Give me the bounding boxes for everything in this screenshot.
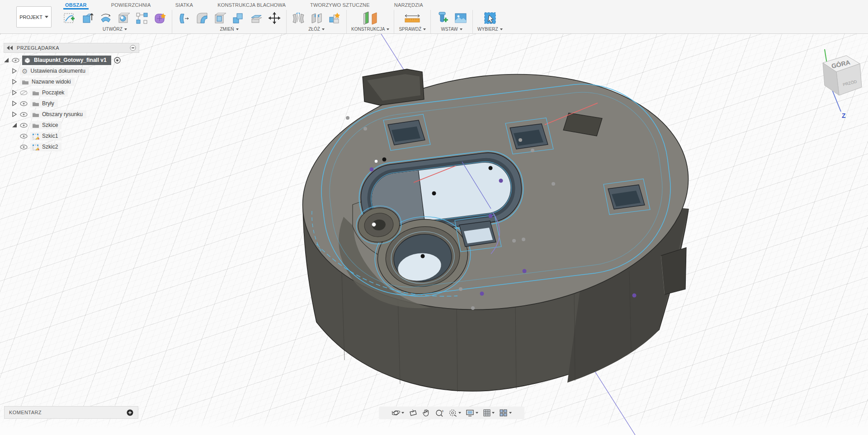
tree-row-sketches[interactable]: Szkice <box>12 120 139 131</box>
expander-expanded-icon[interactable] <box>4 57 9 63</box>
add-comment-icon[interactable] <box>127 409 133 416</box>
pan-icon[interactable] <box>421 408 431 417</box>
comment-bar[interactable]: KOMENTARZ <box>4 406 138 419</box>
group-label-utworz[interactable]: UTWÓRZ <box>103 27 127 32</box>
move-icon[interactable] <box>267 11 282 25</box>
root-component[interactable]: Blaupunkt_Gotowy_finall v1 <box>22 56 111 65</box>
tab-tworzywo-sztuczne[interactable]: TWORZYWO SZTUCZNE <box>308 1 372 9</box>
tree-row-root[interactable]: Blaupunkt_Gotowy_finall v1 <box>4 55 139 65</box>
folder-icon <box>32 122 39 128</box>
split-body-icon[interactable] <box>249 11 264 25</box>
group-label-konstrukcja[interactable]: KONSTRUKCJA <box>351 27 389 32</box>
construction-plane-icon[interactable] <box>360 11 380 25</box>
joint-icon[interactable] <box>291 11 306 25</box>
eye-visible-icon[interactable] <box>20 123 28 128</box>
tab-obszar[interactable]: OBSZAR <box>63 1 89 9</box>
look-at-icon[interactable] <box>408 408 419 417</box>
group-sprawdz: SPRAWDŹ <box>394 10 431 33</box>
navigation-toolbar: ± <box>379 407 524 419</box>
group-zmien: ZMIEŃ <box>172 10 287 33</box>
chevron-down-icon <box>401 412 404 414</box>
orbit-icon[interactable] <box>391 408 405 417</box>
fit-icon[interactable] <box>448 408 462 417</box>
group-wstaw: WSTAW <box>431 10 473 33</box>
tree-row-document-settings[interactable]: ⚙ Ustawienia dokumentu <box>12 65 139 76</box>
group-label-wstaw[interactable]: WSTAW <box>441 27 462 32</box>
insert-fastener-icon[interactable] <box>435 11 450 25</box>
tree-row-bodies[interactable]: Bryły <box>12 98 139 109</box>
group-label-sprawdz[interactable]: SPRAWDŹ <box>399 27 426 32</box>
chevron-down-icon <box>500 28 503 30</box>
tree-row-sketch1[interactable]: Szkic1 <box>20 131 139 141</box>
eye-visible-icon[interactable] <box>20 134 28 139</box>
tree-row-origin[interactable]: Początek <box>12 87 139 98</box>
combine-icon[interactable] <box>231 11 245 25</box>
extrude-icon[interactable] <box>80 11 95 25</box>
workspace-tabs: OBSZAR POWIERZCHNIA SIATKA KONSTRUKCJA B… <box>63 0 425 10</box>
tab-powierzchnia[interactable]: POWIERZCHNIA <box>109 1 153 9</box>
group-label-wybierz[interactable]: WYBIERZ <box>477 27 503 32</box>
group-label-zmien[interactable]: ZMIEŃ <box>220 27 238 32</box>
rigid-group-icon[interactable] <box>327 11 342 25</box>
sketch-icon <box>32 144 39 150</box>
model-side-notch[interactable] <box>661 248 686 295</box>
browser-panel: PRZEGLĄDARKA Blaupunkt_Gotowy_finall v1 … <box>4 43 139 152</box>
chevron-down-icon <box>124 28 127 30</box>
project-menu-button[interactable]: PROJEKT <box>16 6 52 28</box>
folder-icon <box>32 101 39 107</box>
display-settings-icon[interactable] <box>465 408 479 417</box>
grid-settings-icon[interactable] <box>482 408 495 417</box>
create-sketch-icon[interactable] <box>62 11 77 25</box>
tab-konstrukcja-blachowa[interactable]: KONSTRUKCJA BLACHOWA <box>216 1 288 9</box>
tree-row-drawing-areas[interactable]: Obszary rysunku <box>12 109 139 120</box>
expander-expanded-icon[interactable] <box>12 122 17 128</box>
insert-canvas-icon[interactable] <box>453 11 468 25</box>
eye-visible-icon[interactable] <box>20 145 28 150</box>
expander-collapsed-icon[interactable] <box>12 68 17 74</box>
group-label-zloz[interactable]: ZŁÓŻ <box>308 27 325 32</box>
component-cube-icon <box>24 57 31 64</box>
fillet-icon[interactable] <box>195 11 209 25</box>
tab-siatka[interactable]: SIATKA <box>174 1 195 9</box>
browser-header[interactable]: PRZEGLĄDARKA <box>4 43 139 53</box>
axis-z-label: Z <box>842 112 846 119</box>
eye-hidden-icon[interactable] <box>20 90 28 96</box>
chevron-down-icon <box>476 412 478 414</box>
project-menu-label: PROJEKT <box>19 14 42 20</box>
tree-row-named-views[interactable]: Nazwane widoki <box>12 76 139 87</box>
group-wybierz: WYBIERZ <box>473 10 507 33</box>
collapse-panel-icon[interactable] <box>7 46 13 50</box>
revolve-icon[interactable] <box>99 11 113 25</box>
zoom-icon[interactable]: ± <box>434 408 445 417</box>
press-pull-icon[interactable] <box>177 11 191 25</box>
tree-row-sketch2[interactable]: Szkic2 <box>20 141 139 152</box>
eye-visible-icon[interactable] <box>20 112 28 117</box>
viewports-icon[interactable] <box>498 408 513 417</box>
shell-icon[interactable] <box>213 11 227 25</box>
sketch-icon <box>32 133 39 140</box>
eye-visible-icon[interactable] <box>20 101 28 106</box>
hole-icon[interactable] <box>117 11 131 25</box>
chevron-down-icon <box>387 28 389 30</box>
measure-icon[interactable] <box>402 11 422 25</box>
expander-collapsed-icon[interactable] <box>12 101 17 106</box>
chevron-down-icon <box>458 412 461 414</box>
chevron-down-icon <box>509 412 512 414</box>
tab-narzedzia[interactable]: NARZĘDZIA <box>392 1 425 9</box>
activate-component-icon[interactable] <box>114 57 121 64</box>
view-cube[interactable]: GÓRA PRZÓD Z <box>812 43 866 122</box>
chevron-down-icon <box>460 28 462 30</box>
folder-icon <box>22 79 29 85</box>
form-icon[interactable] <box>153 11 167 25</box>
hide-panel-icon[interactable] <box>130 45 136 51</box>
gear-icon: ⚙ <box>22 68 28 75</box>
expander-collapsed-icon[interactable] <box>12 79 17 84</box>
as-built-joint-icon[interactable] <box>309 11 324 25</box>
eye-visible-icon[interactable] <box>12 58 19 63</box>
select-icon[interactable] <box>483 11 497 25</box>
viewport-canvas[interactable]: GÓRA PRZÓD Z PRZEGLĄDARKA Blaupunkt_Goto… <box>0 34 868 435</box>
pattern-icon[interactable] <box>135 11 149 25</box>
expander-collapsed-icon[interactable] <box>12 112 17 117</box>
chevron-down-icon <box>45 16 48 18</box>
expander-collapsed-icon[interactable] <box>12 90 17 95</box>
